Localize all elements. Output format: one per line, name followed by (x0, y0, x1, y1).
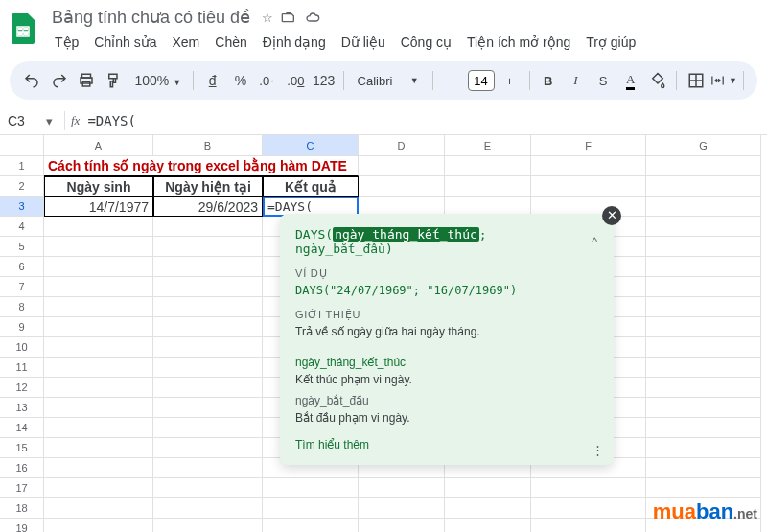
menu-insert[interactable]: Chèn (208, 31, 253, 54)
row-header[interactable]: 12 (0, 378, 44, 398)
menu-edit[interactable]: Chỉnh sửa (87, 31, 163, 54)
cell-b2[interactable]: Ngày hiện tại (153, 176, 263, 197)
cell[interactable] (646, 237, 761, 257)
select-all-corner[interactable] (0, 135, 44, 156)
col-header[interactable]: B (153, 135, 263, 156)
cell[interactable] (646, 257, 761, 277)
cell-a1[interactable]: Cách tính số ngày trong excel bằng hàm D… (44, 156, 359, 176)
cell[interactable] (153, 438, 263, 458)
cell[interactable] (44, 498, 153, 519)
menu-format[interactable]: Định dạng (256, 31, 333, 54)
document-title[interactable]: Bảng tính chưa có tiêu đề (48, 6, 254, 29)
cell-c2[interactable]: Kết quả (263, 176, 359, 197)
cell[interactable] (646, 438, 761, 458)
col-header[interactable]: D (359, 135, 445, 156)
learn-more-link[interactable]: Tìm hiểu thêm (295, 438, 598, 451)
cell[interactable] (44, 277, 153, 297)
cell[interactable] (153, 358, 263, 378)
cell[interactable] (445, 478, 531, 498)
increase-font-button[interactable]: + (497, 67, 523, 94)
sheets-logo[interactable] (12, 12, 38, 47)
cell[interactable] (445, 498, 531, 519)
cell[interactable] (44, 237, 153, 257)
cell[interactable] (153, 378, 263, 398)
col-header[interactable]: F (531, 135, 646, 156)
cell[interactable] (153, 217, 263, 237)
cell[interactable] (646, 197, 761, 217)
cell[interactable] (646, 337, 761, 358)
menu-extensions[interactable]: Tiện ích mở rộng (460, 31, 577, 54)
row-header[interactable]: 18 (0, 498, 44, 519)
row-header[interactable]: 15 (0, 438, 44, 458)
cell[interactable] (153, 317, 263, 337)
cell[interactable] (153, 498, 263, 519)
cell[interactable] (153, 257, 263, 277)
undo-button[interactable] (19, 67, 45, 94)
cell[interactable] (646, 378, 761, 398)
col-header[interactable]: E (445, 135, 531, 156)
cell[interactable] (44, 257, 153, 277)
formula-input[interactable]: =DAYS( (87, 113, 136, 128)
row-header[interactable]: 9 (0, 317, 44, 337)
row-header[interactable]: 8 (0, 297, 44, 317)
cell[interactable] (531, 498, 646, 519)
cell[interactable] (646, 358, 761, 378)
increase-decimal-button[interactable]: .00 (283, 67, 309, 94)
merge-button[interactable]: ▼ (710, 67, 737, 94)
cell[interactable] (445, 176, 531, 197)
borders-button[interactable] (683, 67, 709, 94)
more-icon[interactable]: ⋮ (592, 443, 604, 457)
collapse-icon[interactable]: ⌃ (591, 235, 598, 249)
cell[interactable] (44, 317, 153, 337)
cell[interactable] (263, 498, 359, 519)
redo-button[interactable] (47, 67, 73, 94)
row-header[interactable]: 7 (0, 277, 44, 297)
fill-color-button[interactable] (645, 67, 671, 94)
cell[interactable] (646, 176, 761, 197)
cell[interactable] (153, 478, 263, 498)
cell[interactable] (531, 478, 646, 498)
decrease-decimal-button[interactable]: .0← (255, 67, 281, 94)
close-icon[interactable]: ✕ (602, 206, 621, 225)
number-format-button[interactable]: 123 (311, 67, 337, 94)
cell[interactable] (263, 519, 359, 532)
cell[interactable] (359, 519, 445, 532)
star-icon[interactable]: ☆ (262, 11, 273, 25)
row-header[interactable]: 17 (0, 478, 44, 498)
row-header[interactable]: 3 (0, 197, 44, 217)
cell[interactable] (153, 458, 263, 478)
cloud-icon[interactable] (304, 10, 321, 25)
row-header[interactable]: 19 (0, 519, 44, 532)
cell[interactable] (44, 217, 153, 237)
cell[interactable] (445, 156, 531, 176)
row-header[interactable]: 5 (0, 237, 44, 257)
bold-button[interactable]: B (536, 67, 562, 94)
zoom-select[interactable]: 100%▼ (128, 73, 187, 88)
cell[interactable] (531, 176, 646, 197)
text-color-button[interactable]: A (617, 67, 643, 94)
font-size-input[interactable] (468, 70, 495, 91)
cell[interactable] (359, 176, 445, 197)
cell[interactable] (646, 277, 761, 297)
cell[interactable] (153, 237, 263, 257)
menu-help[interactable]: Trợ giúp (579, 31, 642, 54)
cell[interactable] (44, 519, 153, 532)
row-header[interactable]: 2 (0, 176, 44, 197)
cell[interactable] (263, 478, 359, 498)
percent-button[interactable]: % (227, 67, 253, 94)
print-button[interactable] (74, 67, 100, 94)
menu-data[interactable]: Dữ liệu (335, 31, 392, 54)
cell[interactable] (153, 519, 263, 532)
cell[interactable] (153, 297, 263, 317)
menu-view[interactable]: Xem (166, 31, 207, 54)
cell[interactable] (359, 498, 445, 519)
row-header[interactable]: 16 (0, 458, 44, 478)
col-header[interactable]: A (44, 135, 153, 156)
row-header[interactable]: 6 (0, 257, 44, 277)
move-icon[interactable] (281, 10, 296, 25)
menu-tools[interactable]: Công cụ (394, 31, 458, 54)
cell[interactable] (153, 398, 263, 418)
row-header[interactable]: 14 (0, 418, 44, 438)
cell[interactable] (44, 418, 153, 438)
cell-a3[interactable]: 14/7/1977 (44, 197, 153, 217)
